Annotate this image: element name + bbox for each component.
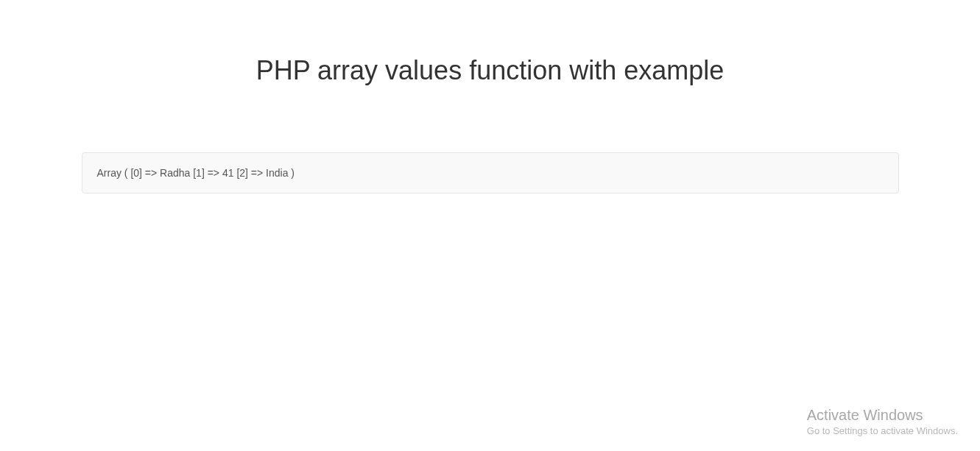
output-box: Array ( [0] => Radha [1] => 41 [2] => In… [82, 152, 899, 193]
watermark-subtitle: Go to Settings to activate Windows. [807, 425, 958, 436]
watermark-title: Activate Windows [807, 407, 958, 424]
output-text: Array ( [0] => Radha [1] => 41 [2] => In… [97, 167, 295, 179]
windows-activation-watermark: Activate Windows Go to Settings to activ… [807, 407, 958, 436]
page-title: PHP array values function with example [82, 55, 899, 86]
main-container: PHP array values function with example A… [71, 55, 910, 193]
